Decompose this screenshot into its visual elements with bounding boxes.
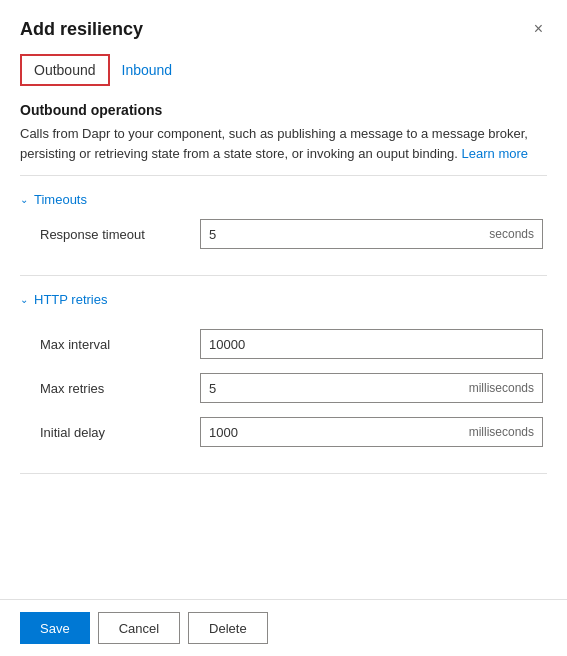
divider-1 <box>20 175 547 176</box>
tab-inbound[interactable]: Inbound <box>110 54 185 86</box>
max-retries-input[interactable] <box>209 381 465 396</box>
max-interval-input[interactable] <box>209 337 534 352</box>
http-retries-content: Max interval Max retries milliseconds In… <box>20 325 547 465</box>
divider-3 <box>20 473 547 474</box>
http-retries-label: HTTP retries <box>34 292 107 307</box>
max-retries-label: Max retries <box>40 381 200 396</box>
initial-delay-label: Initial delay <box>40 425 200 440</box>
chevron-down-icon: ⌄ <box>20 194 28 205</box>
tab-outbound[interactable]: Outbound <box>20 54 110 86</box>
learn-more-link[interactable]: Learn more <box>462 146 528 161</box>
dialog-footer: Save Cancel Delete <box>0 599 567 656</box>
delete-button[interactable]: Delete <box>188 612 268 644</box>
max-interval-input-wrapper <box>200 329 543 359</box>
initial-delay-input[interactable] <box>209 425 465 440</box>
cancel-button[interactable]: Cancel <box>98 612 180 644</box>
timeouts-label: Timeouts <box>34 192 87 207</box>
divider-2 <box>20 275 547 276</box>
max-retries-input-wrapper: milliseconds <box>200 373 543 403</box>
spacer <box>20 315 547 325</box>
initial-delay-row: Initial delay milliseconds <box>36 417 547 447</box>
http-retries-collapsible[interactable]: ⌄ HTTP retries <box>20 284 547 315</box>
initial-delay-input-wrapper: milliseconds <box>200 417 543 447</box>
chevron-down-icon-2: ⌄ <box>20 294 28 305</box>
http-retries-section: ⌄ HTTP retries Max interval Max retries … <box>20 284 547 465</box>
timeouts-collapsible[interactable]: ⌄ Timeouts <box>20 184 547 215</box>
outbound-description: Calls from Dapr to your component, such … <box>20 124 547 163</box>
response-timeout-suffix: seconds <box>489 227 534 241</box>
response-timeout-input[interactable] <box>209 227 485 242</box>
dialog-body: Outbound operations Calls from Dapr to y… <box>0 86 567 599</box>
description-text: Calls from Dapr to your component, such … <box>20 126 528 161</box>
initial-delay-suffix: milliseconds <box>469 425 534 439</box>
max-interval-row: Max interval <box>36 329 547 359</box>
response-timeout-label: Response timeout <box>40 227 200 242</box>
add-resiliency-dialog: Add resiliency × Outbound Inbound Outbou… <box>0 0 567 656</box>
timeouts-content: Response timeout seconds <box>20 215 547 267</box>
response-timeout-input-wrapper: seconds <box>200 219 543 249</box>
close-button[interactable]: × <box>530 16 547 42</box>
max-retries-row: Max retries milliseconds <box>36 373 547 403</box>
outbound-section-title: Outbound operations <box>20 102 547 118</box>
max-interval-label: Max interval <box>40 337 200 352</box>
dialog-header: Add resiliency × <box>0 0 567 50</box>
save-button[interactable]: Save <box>20 612 90 644</box>
response-timeout-row: Response timeout seconds <box>36 219 547 249</box>
tabs-container: Outbound Inbound <box>0 50 567 86</box>
dialog-title: Add resiliency <box>20 19 143 40</box>
max-retries-suffix: milliseconds <box>469 381 534 395</box>
